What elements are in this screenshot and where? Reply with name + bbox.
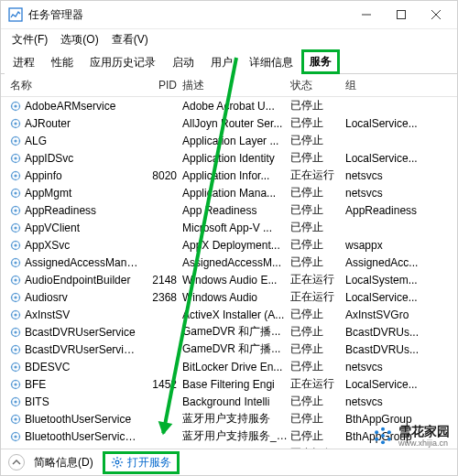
cell-desc: GameDVR 和广播... — [182, 324, 290, 340]
svg-point-72 — [14, 296, 16, 298]
table-row[interactable]: BcastDVRUserServiceGameDVR 和广播...已停止Bcas… — [1, 323, 457, 341]
cell-group: LocalService... — [345, 291, 457, 304]
table-row[interactable]: ALGApplication Layer ...已停止 — [1, 132, 457, 149]
close-button[interactable] — [419, 2, 453, 27]
svg-point-78 — [14, 313, 16, 316]
cell-name: AJRouter — [25, 117, 140, 130]
col-status[interactable]: 状态 — [290, 78, 345, 93]
cell-desc: Windows Audio E... — [182, 274, 290, 287]
watermark: 雪花家园 www.xhijia.cn — [373, 424, 450, 448]
cell-desc: ActiveX Installer (A... — [182, 308, 290, 321]
cell-status: 已停止 — [290, 394, 345, 409]
table-row[interactable]: AppMgmtApplication Mana...已停止netsvcs — [1, 184, 457, 201]
service-icon — [10, 396, 21, 407]
table-row[interactable]: AppXSvcAppX Deployment...已停止wsappx — [1, 236, 457, 254]
cell-name: AppReadiness — [25, 204, 140, 217]
table-row[interactable]: AppIDSvcApplication Identity已停止LocalServ… — [1, 149, 457, 167]
cell-name: AppMgmt — [25, 187, 140, 200]
col-group[interactable]: 组 — [345, 78, 457, 93]
svg-point-141 — [381, 440, 385, 444]
cell-name: BDESVC — [25, 361, 140, 373]
menu-file[interactable]: 文件(F) — [6, 30, 53, 49]
cell-name: AudioEndpointBuilder — [25, 274, 140, 287]
cell-group: LocalSystem... — [345, 274, 457, 287]
svg-point-42 — [14, 209, 16, 211]
table-row[interactable]: AppVClientMicrosoft App-V ...已停止 — [1, 219, 457, 236]
cell-name: AppVClient — [25, 222, 140, 234]
cell-desc: Application Infor... — [182, 169, 290, 182]
brief-info-link[interactable]: 简略信息(D) — [34, 455, 93, 471]
table-row[interactable]: AudioEndpointBuilder2148Windows Audio E.… — [1, 271, 457, 288]
col-name[interactable]: 名称 — [10, 78, 140, 93]
table-row[interactable]: Appinfo8020Application Infor...正在运行netsv… — [1, 167, 457, 184]
cell-desc: Application Layer ... — [182, 135, 290, 147]
cell-status: 正在运行 — [290, 376, 345, 392]
table-row[interactable]: AppReadinessApp Readiness已停止AppReadiness — [1, 201, 457, 219]
cell-status: 已停止 — [290, 341, 345, 357]
service-icon — [10, 205, 21, 216]
svg-point-90 — [14, 348, 16, 351]
tab-services[interactable]: 服务 — [301, 49, 340, 74]
cell-status: 已停止 — [290, 133, 345, 148]
cell-status: 正在运行 — [290, 272, 345, 287]
cell-status: 正在运行 — [290, 289, 345, 305]
cell-desc: 蓝牙用户支持服务 — [182, 411, 290, 427]
tab-bar: 进程 性能 应用历史记录 启动 用户 详细信息 服务 — [1, 49, 457, 74]
menu-view[interactable]: 查看(V) — [106, 30, 154, 49]
cell-status: 已停止 — [290, 185, 345, 200]
cell-name: BcastDVRUserService — [25, 326, 140, 339]
tab-startup[interactable]: 启动 — [164, 50, 202, 74]
svg-point-145 — [387, 438, 391, 441]
svg-point-6 — [14, 104, 16, 107]
cell-desc: AllJoyn Router Ser... — [182, 117, 290, 130]
cell-name: AxInstSV — [25, 308, 140, 321]
service-icon — [10, 431, 21, 442]
minimize-button[interactable] — [349, 2, 384, 27]
cell-status: 已停止 — [290, 359, 345, 374]
statusbar: 简略信息(D) 打开服务 — [1, 449, 457, 475]
cell-desc: App Readiness — [182, 204, 290, 217]
menubar: 文件(F) 选项(O) 查看(V) — [1, 29, 457, 49]
table-row[interactable]: AJRouterAllJoyn Router Ser...已停止LocalSer… — [1, 114, 457, 132]
cell-name: BluetoothUserService — [25, 413, 140, 426]
svg-rect-2 — [398, 11, 406, 19]
open-services-link[interactable]: 打开服务 — [103, 451, 180, 474]
cell-name: AppIDSvc — [25, 152, 140, 165]
table-row[interactable]: BFE1452Base Filtering Engi正在运行LocalServi… — [1, 375, 457, 393]
table-row[interactable]: BITSBackground Intelli已停止netsvcs — [1, 393, 457, 410]
cell-status: 已停止 — [290, 202, 345, 218]
maximize-button[interactable] — [384, 2, 419, 27]
cell-status: 已停止 — [290, 115, 345, 131]
tab-app-history[interactable]: 应用历史记录 — [82, 50, 164, 74]
svg-line-136 — [113, 459, 114, 460]
cell-desc: GameDVR 和广播... — [182, 341, 290, 357]
cell-group: wsappx — [345, 239, 457, 252]
snowflake-icon — [373, 426, 393, 446]
table-row[interactable]: BcastDVRUserService_44GameDVR 和广播...已停止B… — [1, 341, 457, 358]
cell-status: 已停止 — [290, 307, 345, 322]
svg-point-96 — [14, 365, 16, 368]
svg-point-24 — [14, 157, 16, 159]
tab-processes[interactable]: 进程 — [5, 50, 43, 74]
service-list[interactable]: AdobeARMserviceAdobe Acrobat U...已停止AJRo… — [1, 97, 457, 449]
svg-point-36 — [14, 191, 16, 194]
table-row[interactable]: Audiosrv2368Windows Audio正在运行LocalServic… — [1, 288, 457, 306]
cell-group: LocalService... — [345, 152, 457, 165]
cell-group: netsvcs — [345, 361, 457, 373]
tab-details[interactable]: 详细信息 — [241, 50, 301, 74]
cell-group: BcastDVRUs... — [345, 326, 457, 339]
tab-performance[interactable]: 性能 — [43, 50, 82, 74]
table-row[interactable]: AssignedAccessManagerAssignedAccessM...已… — [1, 254, 457, 271]
cell-status: 已停止 — [290, 237, 345, 253]
svg-point-102 — [14, 383, 16, 385]
col-pid[interactable]: PID — [140, 79, 182, 92]
menu-options[interactable]: 选项(O) — [55, 30, 104, 49]
cell-pid: 2368 — [140, 291, 182, 304]
service-icon — [10, 275, 21, 286]
chevron-up-icon[interactable] — [8, 454, 25, 471]
cell-name: AppXSvc — [25, 239, 140, 252]
table-row[interactable]: BDESVCBitLocker Drive En...已停止netsvcs — [1, 358, 457, 375]
table-row[interactable]: AxInstSVActiveX Installer (A...已停止AxInst… — [1, 306, 457, 323]
col-desc[interactable]: 描述 — [182, 78, 290, 93]
svg-point-12 — [14, 122, 16, 124]
